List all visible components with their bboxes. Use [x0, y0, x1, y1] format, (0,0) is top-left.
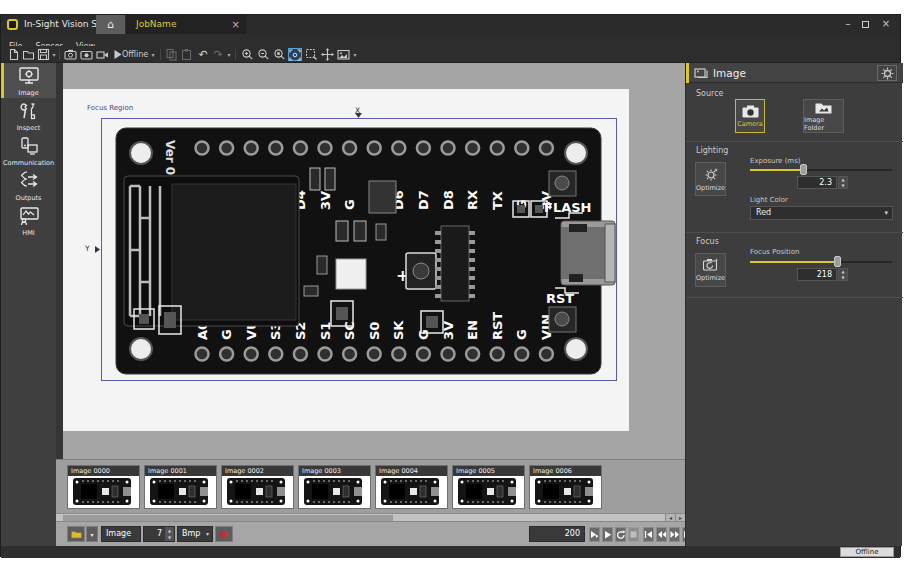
- focus-position-label: Focus Position: [750, 248, 799, 256]
- previous-frame-button[interactable]: [656, 527, 667, 542]
- open-job-button[interactable]: [21, 48, 35, 61]
- sidebar-item-image[interactable]: Image: [1, 63, 56, 98]
- maximize-button[interactable]: [858, 15, 874, 34]
- page: In-Sight Vision Suite ⌂ JobName × – × Fi…: [0, 0, 915, 565]
- filmstrip-thumbnail[interactable]: Image 0001: [144, 465, 217, 509]
- record-video-button[interactable]: [95, 48, 109, 61]
- filmstrip-thumbnail[interactable]: Image 0000: [67, 465, 140, 509]
- file-group-caret-icon[interactable]: ▾: [50, 48, 58, 61]
- sidebar-item-label: Image: [1, 89, 56, 97]
- light-color-dropdown[interactable]: Red ▾: [750, 206, 893, 220]
- pin-label: EN: [465, 320, 480, 340]
- zoom-in-button[interactable]: [240, 48, 254, 61]
- thumbnail-pcb-image: [145, 476, 216, 508]
- zoom-actual-button[interactable]: [272, 48, 286, 61]
- record-name-field[interactable]: Image: [101, 526, 141, 542]
- undo-button[interactable]: ↶: [196, 48, 210, 61]
- sidebar-item-inspect[interactable]: Inspect: [1, 98, 56, 133]
- focus-region-label: Focus Region: [87, 104, 133, 112]
- delay-field[interactable]: 200: [529, 526, 585, 542]
- slider-fill: [750, 261, 838, 263]
- image-folder-source-button[interactable]: Image Folder: [803, 99, 844, 133]
- filmstrip-thumbnail[interactable]: Image 0005: [452, 465, 525, 509]
- trigger-camera-button[interactable]: [79, 48, 93, 61]
- pin-hole: [515, 142, 528, 155]
- first-frame-button[interactable]: [643, 527, 654, 542]
- axis-x-tick-icon: [355, 113, 363, 119]
- close-button[interactable]: ×: [878, 15, 894, 34]
- panel-accent-bar: [686, 63, 689, 83]
- play-trigger-button[interactable]: [589, 527, 600, 542]
- job-tab-close-icon[interactable]: ×: [232, 15, 240, 34]
- exposure-spinner[interactable]: ▲▼: [838, 176, 848, 189]
- frame-spinner[interactable]: ▲▼: [165, 527, 174, 541]
- pan-button[interactable]: [320, 48, 334, 61]
- redo-button[interactable]: ↷: [211, 48, 225, 61]
- settings-button[interactable]: [877, 65, 897, 81]
- sidebar-item-communication[interactable]: Communication: [1, 133, 56, 168]
- camera-icon: [742, 105, 759, 118]
- home-tab[interactable]: ⌂: [96, 15, 125, 34]
- pin-hole: [220, 348, 233, 361]
- lighting-optimize-button[interactable]: Optimize: [695, 162, 726, 196]
- pin-hole: [442, 348, 455, 361]
- zoom-out-button[interactable]: [256, 48, 270, 61]
- focus-optimize-button[interactable]: Optimize: [695, 253, 726, 287]
- sidebar-item-label: Communication: [1, 159, 56, 167]
- pin-hole: [294, 142, 307, 155]
- paste-button[interactable]: [179, 48, 193, 61]
- zoom-region-button[interactable]: [304, 48, 318, 61]
- folder-caret-button[interactable]: ▾: [86, 526, 98, 542]
- record-button[interactable]: ●: [215, 526, 233, 542]
- filmstrip-thumbnail[interactable]: Image 0002: [221, 465, 294, 509]
- new-job-button[interactable]: [6, 48, 20, 61]
- filmstrip-thumbnail[interactable]: Image 0004: [375, 465, 448, 509]
- frame-number-stepper[interactable]: 7 ▲▼: [143, 526, 175, 542]
- save-job-button[interactable]: [36, 48, 50, 61]
- panel-title: Image: [713, 63, 746, 83]
- slider-thumb[interactable]: [834, 256, 841, 267]
- filmstrip-thumbnail[interactable]: Image 0003: [298, 465, 371, 509]
- light-color-label: Light Color: [750, 196, 788, 204]
- pin-hole: [196, 142, 209, 155]
- filmstrip-thumbnail[interactable]: Image 0006: [529, 465, 602, 509]
- exposure-slider[interactable]: [750, 169, 892, 171]
- format-dropdown[interactable]: Bmp ▾: [177, 526, 213, 542]
- play-button[interactable]: [602, 527, 613, 542]
- sidebar-item-hmi[interactable]: HMI: [1, 203, 56, 238]
- sidebar-item-outputs[interactable]: Outputs: [1, 168, 56, 203]
- pin-hole: [417, 348, 430, 361]
- focus-position-value-field[interactable]: 218: [797, 268, 837, 281]
- undo-group-caret-icon[interactable]: ▾: [225, 48, 233, 61]
- zoom-fit-button[interactable]: [288, 48, 302, 61]
- offline-status-button[interactable]: Offline: [840, 547, 894, 557]
- section-divider: [686, 232, 903, 233]
- thumbnail-label: Image 0005: [453, 466, 524, 476]
- filmstrip: Image 0000 Image 0001: [56, 459, 685, 513]
- loop-button[interactable]: [615, 527, 626, 542]
- minimize-button[interactable]: –: [840, 15, 856, 34]
- toolbar: ▾ Offline ▾ ↶ ↷ ▾ ▾: [1, 46, 900, 63]
- stop-button[interactable]: [628, 527, 639, 542]
- zoom-group-caret-icon[interactable]: ▾: [351, 48, 359, 61]
- live-video-button[interactable]: [63, 48, 77, 61]
- thumbnail-label: Image 0000: [68, 466, 139, 476]
- next-frame-button[interactable]: [669, 527, 680, 542]
- exposure-value-field[interactable]: 2.3: [797, 176, 837, 189]
- slider-thumb[interactable]: [800, 164, 807, 175]
- acquired-image[interactable]: Focus Region X Y D0D1D2D3D43VGD5D6D7D8RX…: [63, 89, 629, 431]
- run-group-caret-icon[interactable]: ▾: [149, 48, 157, 61]
- pin-label: G: [219, 329, 234, 340]
- copy-button[interactable]: [164, 48, 178, 61]
- job-tab-label: JobName: [136, 15, 176, 34]
- maximize-icon: [862, 21, 869, 28]
- optimize-focus-icon: [703, 258, 719, 272]
- record-folder-button[interactable]: [67, 526, 85, 542]
- job-tab[interactable]: JobName ×: [126, 15, 246, 34]
- focus-position-spinner[interactable]: ▲▼: [838, 268, 848, 281]
- focus-position-slider[interactable]: [750, 261, 892, 263]
- camera-source-button[interactable]: Camera: [735, 99, 765, 133]
- filmstrip-scrollbar[interactable]: ◂ ▸: [56, 513, 685, 521]
- display-options-button[interactable]: [336, 48, 350, 61]
- image-canvas[interactable]: Focus Region X Y D0D1D2D3D43VGD5D6D7D8RX…: [56, 63, 685, 459]
